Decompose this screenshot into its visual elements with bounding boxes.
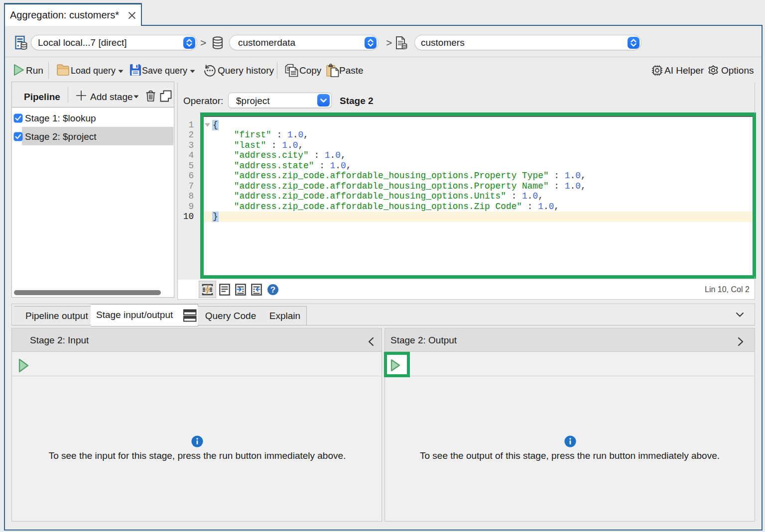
svg-text:?: ? bbox=[270, 285, 275, 295]
